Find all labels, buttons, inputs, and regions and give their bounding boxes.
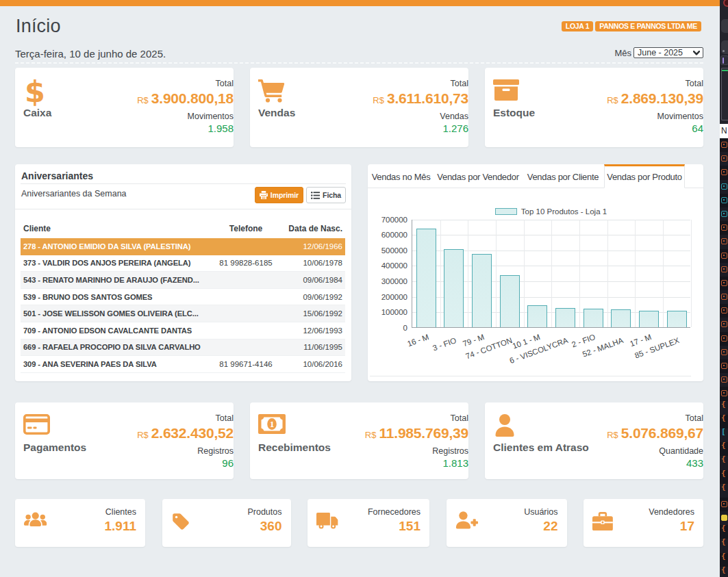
client-birthdate: 12/06/1993	[284, 326, 345, 335]
file-row	[720, 511, 728, 525]
bar-chart-plot: 0100000200000300000400000500000600000700…	[412, 220, 690, 329]
tab-vendas-por-cliente[interactable]: Vendas por Cliente	[522, 164, 604, 188]
y-axis-label: 600000	[381, 231, 407, 239]
birthday-row[interactable]: 309 - ANA SEVERINA PAES DA SILVA81 99671…	[21, 356, 345, 373]
window-control-blob	[721, 40, 728, 54]
top-accent-bar	[0, 0, 720, 6]
file-row: {	[720, 442, 728, 456]
gridline	[551, 220, 552, 328]
y-axis-label: 400000	[381, 261, 407, 270]
progress-line	[722, 70, 728, 72]
y-axis-label: 500000	[381, 246, 407, 255]
currency-prefix: R$	[607, 430, 618, 440]
file-type-icon	[721, 335, 727, 342]
client-name: 709 - ANTONIO EDSON CAVALCANTE DANTAS	[21, 326, 208, 335]
json-file-icon: {	[721, 524, 726, 533]
file-row	[720, 290, 728, 304]
file-type-icon	[721, 211, 727, 217]
dashboard-page: Início LOJA 1 PANNOS E PANNOS LTDA ME Te…	[15, 6, 703, 577]
gridline	[468, 220, 468, 328]
file-row	[720, 249, 728, 263]
y-axis-label: 700000	[381, 216, 407, 224]
file-type-icon	[721, 142, 727, 148]
company-badge: PANNOS E PANNOS LTDA ME	[595, 21, 701, 31]
caixa-count-label: Movimentos	[188, 112, 234, 121]
recebimentos-total-value: R$11.985.769,39	[365, 425, 468, 441]
page-title: Início	[16, 16, 61, 37]
side-panel-edge	[721, 68, 728, 120]
divider	[21, 183, 346, 184]
file-row	[720, 387, 728, 400]
column-header-data: Data de Nasc.	[284, 224, 345, 233]
file-row	[720, 221, 728, 235]
clientes-atraso-card: Clientes em Atraso Total R$5.076.869,67 …	[485, 402, 703, 479]
month-label: Mês	[614, 48, 631, 58]
sales-chart: Top 10 Produtos - Loja 1 010000020000030…	[368, 188, 703, 381]
produtos-label: Produtos	[247, 507, 281, 517]
currency-prefix: R$	[365, 430, 377, 440]
birthday-row[interactable]: 543 - RENATO MARINHO DE ARAUJO (FAZEND..…	[21, 272, 345, 289]
amount-value: 3.900.800,18	[151, 90, 234, 106]
tab-vendas-por-vendedor[interactable]: Vendas por Vendedor	[434, 164, 522, 188]
sales-tabs: Vendas no MêsVendas por VendedorVendas p…	[368, 164, 703, 188]
client-birthdate: 10/06/2016	[284, 360, 345, 368]
gridline	[440, 220, 441, 328]
birthday-row[interactable]: 278 - ANTONIO EMIDIO DA SILVA (PALESTINA…	[21, 238, 345, 255]
pagamentos-count-value: 96	[222, 457, 234, 469]
bar-3-fio	[444, 249, 464, 327]
currency-prefix: R$	[607, 95, 618, 105]
client-birthdate: 10/06/1978	[284, 259, 345, 267]
briefcase-icon	[592, 512, 616, 533]
client-name: 373 - VALDIR DOS ANJOS PEREIRA (ANGELA)	[21, 259, 208, 267]
dot-icon	[723, 50, 725, 52]
file-row: {	[720, 456, 728, 470]
produtos-mini-card: Produtos 360	[162, 499, 291, 547]
birthday-row[interactable]: 501 - JOSE WELISSON GOMES OLIVEIRA (ELC.…	[21, 305, 345, 322]
file-row	[720, 359, 728, 373]
recebimentos-count-value: 1.813	[442, 457, 468, 469]
ficha-button[interactable]: Ficha	[306, 187, 346, 203]
client-phone: 81 99671-4146	[208, 360, 284, 368]
vendas-count-value: 1.276	[442, 123, 468, 134]
file-row: {	[720, 525, 728, 539]
file-row	[720, 180, 728, 194]
background-window-strip: N {{[{{{{{{{{	[720, 0, 728, 577]
vendas-total-label: Total	[451, 79, 468, 88]
tab-vendas-por-produto[interactable]: Vendas por Produto	[604, 164, 685, 188]
bar-85-suplex	[667, 311, 687, 327]
file-type-icon	[721, 390, 727, 396]
file-type-icon	[721, 363, 727, 369]
file-type-icon	[721, 225, 727, 231]
birthdays-table-header: Cliente Telefone Data de Nasc.	[21, 209, 345, 238]
birthday-row[interactable]: 709 - ANTONIO EDSON CAVALCANTE DANTAS12/…	[21, 322, 345, 339]
birthday-row[interactable]: 373 - VALDIR DOS ANJOS PEREIRA (ANGELA)8…	[21, 255, 345, 272]
clientes-atraso-total-value: R$5.076.869,67	[607, 425, 703, 441]
caixa-card-title: Caixa	[23, 107, 51, 119]
pagamentos-total-value: R$2.632.430,52	[137, 425, 234, 441]
tab-vendas-no-m-s[interactable]: Vendas no Mês	[368, 164, 434, 188]
file-row: {	[720, 553, 728, 567]
caixa-total-value: R$3.900.800,18	[137, 90, 234, 107]
record-dot-icon	[723, 0, 728, 7]
client-name: 309 - ANA SEVERINA PAES DA SILVA	[21, 360, 208, 368]
x-axis-label: 17 - M	[629, 333, 653, 348]
estoque-total-label: Total	[686, 79, 703, 88]
users-icon	[24, 511, 48, 532]
json-file-icon: {	[721, 413, 726, 422]
produtos-value: 360	[260, 519, 282, 534]
money-bill-icon: 1	[258, 414, 288, 439]
birthday-row[interactable]: 539 - BRUNO DOS SANTOS GOMES09/06/1992	[21, 289, 345, 306]
credit-card-icon	[23, 414, 53, 439]
y-axis-label: 100000	[381, 308, 407, 316]
estoque-card: Estoque Total R$2.869.130,39 Movimentos …	[485, 68, 703, 147]
print-button[interactable]: Imprimir	[255, 187, 303, 203]
chart-legend: Top 10 Produtos - Loja 1	[412, 207, 690, 216]
clientes-atraso-count-value: 433	[686, 457, 703, 469]
file-row	[720, 277, 728, 290]
file-row	[720, 235, 728, 248]
month-filter: Mês June - 2025	[614, 47, 703, 58]
month-select[interactable]: June - 2025	[633, 47, 703, 58]
tab-strip-filler	[685, 164, 703, 188]
file-type-icon	[721, 321, 727, 327]
birthday-row[interactable]: 669 - RAFAELA PROCOPIO DA SILVA CARVALHO…	[21, 339, 345, 357]
